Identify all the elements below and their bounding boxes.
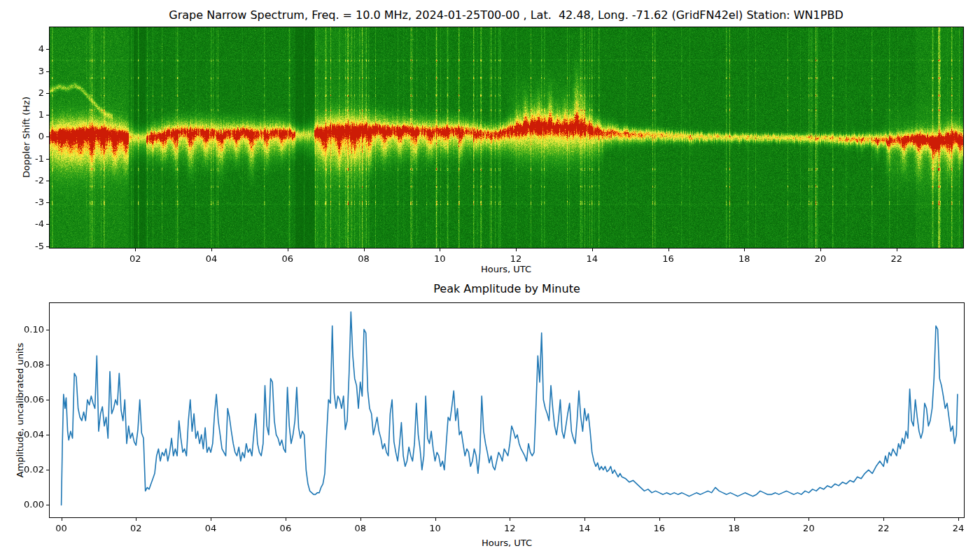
x-tick-label: 10 — [424, 253, 455, 264]
x-tick-label: 24 — [943, 523, 974, 533]
amplitude-y-axis-label: Amplitude, uncalibrated units — [15, 343, 25, 478]
y-tick-label: 3 — [15, 66, 44, 76]
x-tick-mark — [744, 248, 745, 251]
x-tick-mark — [958, 518, 959, 521]
x-tick-mark — [364, 248, 365, 251]
spectrogram-y-axis-label: Doppler Shift (Hz) — [21, 97, 31, 178]
x-tick-label: 20 — [793, 523, 824, 533]
x-tick-mark — [211, 248, 212, 251]
amplitude-series-line — [62, 312, 958, 505]
x-tick-label: 16 — [653, 253, 684, 264]
x-tick-mark — [659, 518, 660, 521]
x-tick-mark — [62, 518, 62, 521]
amplitude-x-axis-label: Hours, UTC — [482, 538, 532, 548]
x-tick-mark — [360, 518, 361, 521]
x-tick-label: 08 — [349, 253, 379, 264]
x-tick-label: 14 — [569, 523, 600, 533]
spectrogram-plot-area — [49, 27, 964, 248]
x-tick-mark — [135, 248, 136, 251]
x-tick-label: 02 — [120, 253, 150, 264]
x-tick-mark — [808, 518, 809, 521]
figure: Grape Narrow Spectrum, Freq. = 10.0 MHz,… — [0, 0, 980, 560]
x-tick-label: 16 — [644, 523, 675, 533]
x-tick-mark — [211, 518, 211, 521]
x-tick-label: 18 — [719, 523, 750, 533]
x-tick-label: 06 — [270, 523, 301, 533]
x-tick-label: 22 — [881, 253, 912, 264]
amplitude-line-chart — [50, 303, 964, 517]
x-tick-mark — [516, 248, 517, 251]
y-tick-label: 0.00 — [15, 499, 44, 510]
spectrogram-x-axis-label: Hours, UTC — [481, 264, 531, 274]
x-tick-label: 10 — [420, 523, 451, 533]
x-tick-mark — [592, 248, 593, 251]
x-tick-mark — [668, 248, 669, 251]
x-tick-label: 06 — [272, 253, 303, 264]
y-tick-label: 4 — [15, 43, 44, 54]
x-tick-mark — [136, 518, 136, 521]
x-tick-mark — [435, 518, 436, 521]
x-tick-mark — [820, 248, 821, 251]
x-tick-label: 04 — [195, 523, 226, 533]
x-tick-mark — [734, 518, 735, 521]
x-tick-label: 12 — [494, 523, 525, 533]
x-tick-label: 02 — [120, 523, 151, 533]
y-tick-label: 0.10 — [15, 324, 44, 335]
y-tick-label: -4 — [15, 218, 44, 229]
x-tick-label: 22 — [868, 523, 899, 533]
y-tick-label: -5 — [15, 241, 44, 251]
spectrogram-title: Grape Narrow Spectrum, Freq. = 10.0 MHz,… — [169, 8, 843, 22]
spectrogram-image — [50, 27, 963, 248]
x-tick-label: 20 — [805, 253, 836, 264]
x-tick-label: 04 — [196, 253, 227, 264]
x-tick-label: 18 — [729, 253, 760, 264]
x-tick-label: 14 — [577, 253, 608, 264]
x-tick-label: 12 — [500, 253, 531, 264]
x-tick-label: 08 — [345, 523, 376, 533]
x-tick-mark — [584, 518, 585, 521]
x-tick-mark — [286, 518, 286, 521]
amplitude-plot-area — [49, 302, 965, 518]
x-tick-mark — [440, 248, 440, 251]
y-tick-label: -3 — [15, 197, 44, 207]
x-tick-mark — [883, 518, 884, 521]
x-tick-label: 00 — [46, 523, 77, 533]
x-tick-mark — [897, 248, 897, 251]
x-tick-mark — [288, 248, 288, 251]
x-tick-mark — [510, 518, 510, 521]
amplitude-chart-title: Peak Amplitude by Minute — [433, 282, 580, 295]
